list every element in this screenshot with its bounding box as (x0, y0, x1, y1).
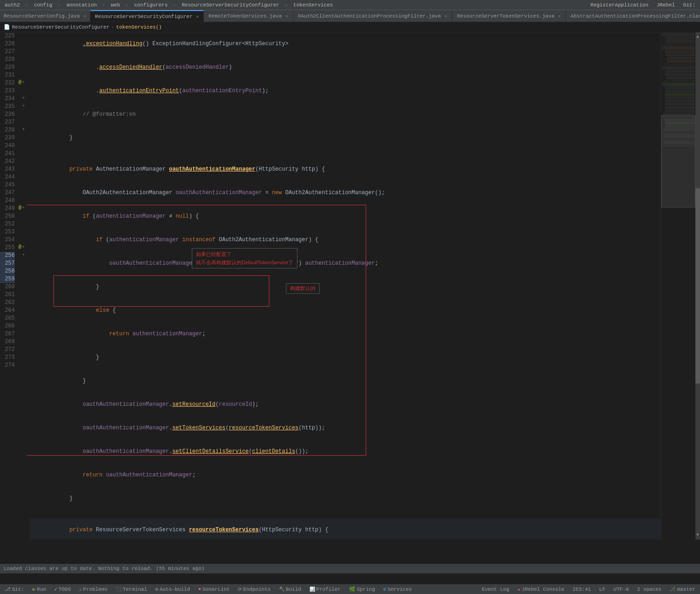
todo-button[interactable]: ✓ TODO (53, 587, 72, 592)
fold-247[interactable]: ▾ (22, 205, 25, 210)
build-button[interactable]: 🔨 Build (277, 587, 303, 592)
spring-button[interactable]: 🌿 Spring (347, 586, 377, 592)
build-label: Build (286, 587, 301, 592)
tab-token-services[interactable]: ResourceServerTokenServices.java ✕ (452, 10, 566, 22)
tab-resource-server-config[interactable]: ResourceServerConfig.java ✕ (0, 10, 90, 22)
close-icon[interactable]: ✕ (285, 13, 288, 19)
tab-bar: ResourceServerConfig.java ✕ ResourceServ… (0, 10, 700, 22)
toolbar-web[interactable]: web (108, 2, 123, 8)
spaces-text: 2 spaces (637, 587, 662, 592)
fold-237[interactable]: ▾ (22, 126, 25, 132)
close-icon[interactable]: ✕ (445, 13, 447, 19)
code-line-242: oauthAuthenticationManager.setTokenServi… (30, 416, 661, 440)
code-line-234: if (authenticationManager instanceof OAu… (30, 228, 661, 252)
code-line-233: if (authenticationManager ≠ null) { (30, 205, 661, 228)
tab-security-configurer[interactable]: ResourceServerSecurityConfigurer ✕ (90, 10, 204, 22)
code-line-230 (30, 150, 661, 158)
encoding-indicator[interactable]: LF (597, 587, 607, 592)
line-col-text: 253:41 (573, 587, 591, 592)
annotation-marker-252[interactable]: @ (18, 244, 22, 249)
tooltip-2: 构建默认的 (286, 283, 320, 294)
breadcrumb-class[interactable]: ResourceServerSecurityConfigurer (12, 24, 109, 30)
fold-233[interactable]: ▾ (22, 95, 25, 101)
tooltip-1: 如果已经配置了，就不会再构建默认的DefaultTokenService了 (192, 248, 297, 268)
toolbar-config[interactable]: config (31, 2, 55, 8)
close-icon[interactable]: ✕ (196, 14, 199, 19)
code-line-243: oauthAuthenticationManager.setClientDeta… (30, 440, 661, 463)
gutter: @ ▾ ▾ ▾ ▾ @ ▾ @ ▾ ▾ (18, 32, 27, 540)
toolbar-jrebel[interactable]: JRebel (654, 2, 678, 8)
run-button[interactable]: ▶ Run (30, 586, 47, 592)
utf-text: UTF-8 (614, 587, 629, 592)
scrollbar-vertical[interactable]: ▲ ▼ (695, 32, 700, 540)
toolbar-security-configurer[interactable]: ResourceServerSecurityConfigurer (179, 2, 282, 8)
breadcrumb-method[interactable]: tokenServices() (116, 24, 162, 30)
scroll-thumb[interactable] (695, 188, 700, 384)
fold-253[interactable]: ▾ (22, 252, 25, 257)
code-line-245: } (30, 487, 661, 511)
spaces-indicator[interactable]: 2 spaces (635, 587, 664, 592)
annotation-marker-247[interactable]: @ (18, 205, 22, 210)
toolbar-git[interactable]: Git: (681, 2, 698, 8)
close-icon[interactable]: ✕ (83, 13, 86, 19)
git-button[interactable]: ⎇ Git: (3, 586, 26, 592)
lt-text: LF (599, 587, 605, 592)
scroll-down-button[interactable]: ▼ (695, 530, 700, 540)
close-icon[interactable]: ✕ (558, 13, 561, 19)
auto-build-button[interactable]: ⚙ Auto-build (154, 587, 192, 592)
tab-abstract-filter[interactable]: AbstractAuthenticationProcessingFilter.c… (566, 10, 700, 22)
run-label: Run (37, 587, 46, 592)
endpoints-label: Endpoints (243, 587, 270, 592)
terminal-icon: ⬛ (116, 587, 121, 592)
breadcrumb-icon: 📄 (4, 24, 10, 30)
event-log-button[interactable]: Event Log (480, 587, 511, 592)
code-line-232: OAuth2AuthenticationManager oauthAuthent… (30, 181, 661, 205)
auto-build-icon: ⚙ (155, 587, 158, 592)
fold-234[interactable]: ▾ (22, 103, 25, 108)
sonarlint-label: SonarLint (202, 587, 230, 592)
line-numbers: 225 226 227 228 229 231 232 233 234 235 … (0, 32, 18, 540)
utf-indicator[interactable]: UTF-8 (612, 587, 631, 592)
sonarlint-button[interactable]: ● SonarLint (196, 587, 231, 592)
code-line-244: return oauthAuthenticationManager; (30, 463, 661, 487)
run-icon: ▶ (32, 586, 36, 592)
toolbar-auth2[interactable]: auth2 (2, 2, 23, 8)
code-line-225: .exceptionHandling() ExceptionHandlingCo… (30, 32, 661, 56)
tab-remote-token[interactable]: RemoteTokenServices.java ✕ (204, 10, 293, 22)
breadcrumb-separator: › (111, 24, 114, 30)
services-button[interactable]: ⚙ Services (381, 587, 414, 592)
jrebel-console-button[interactable]: ★ JRebel Console (516, 587, 566, 592)
terminal-button[interactable]: ⬛ Terminal (114, 587, 149, 592)
branch-text: master (677, 587, 695, 592)
toolbar-configurers[interactable]: configurers (131, 2, 171, 8)
scroll-up-button[interactable]: ▲ (695, 32, 700, 42)
fold-252[interactable]: ▾ (22, 244, 25, 249)
fold-231[interactable]: ▾ (22, 79, 25, 85)
code-line-247: private ResourceServerTokenServices reso… (30, 518, 661, 540)
profiler-button[interactable]: 📊 Profiler (308, 587, 343, 592)
tab-label: ResourceServerConfig.java (4, 13, 80, 19)
minimap (661, 32, 695, 540)
endpoints-icon: ⟳ (238, 587, 242, 592)
branch-indicator[interactable]: ⎇ master (668, 586, 697, 592)
git-label: Git: (12, 587, 24, 592)
code-line-238: return authenticationManager; (30, 322, 661, 346)
top-toolbar: auth2 ▸ config ▸ annotation ▸ web ▸ conf… (0, 0, 700, 10)
line-col-indicator[interactable]: 253:41 (571, 587, 593, 592)
annotation-marker-231[interactable]: @ (18, 79, 22, 85)
toolbar-annotation[interactable]: annotation (64, 2, 100, 8)
toolbar-register[interactable]: RegisterApplication (588, 2, 651, 8)
problems-button[interactable]: ⚠ Problems (77, 587, 109, 592)
build-icon: 🔨 (279, 587, 285, 592)
spring-label: Spring (357, 587, 375, 592)
code-line-226: .accessDeniedHandler(accessDeniedHandler… (30, 56, 661, 79)
tab-oauth2-filter[interactable]: OAuth2ClientAuthenticationProcessingFilt… (293, 10, 452, 22)
branch-icon: ⎇ (670, 586, 676, 592)
toolbar-token-services[interactable]: tokenServices (291, 2, 336, 8)
code-line-239: } (30, 346, 661, 369)
problems-icon: ⚠ (79, 587, 82, 592)
tab-label: ResourceServerSecurityConfigurer (95, 14, 192, 19)
tab-label: OAuth2ClientAuthenticationProcessingFilt… (298, 13, 441, 19)
endpoints-button[interactable]: ⟳ Endpoints (236, 587, 272, 592)
code-line-235: oauthAuthenticationManager = (OAuth2Auth… (30, 252, 661, 275)
